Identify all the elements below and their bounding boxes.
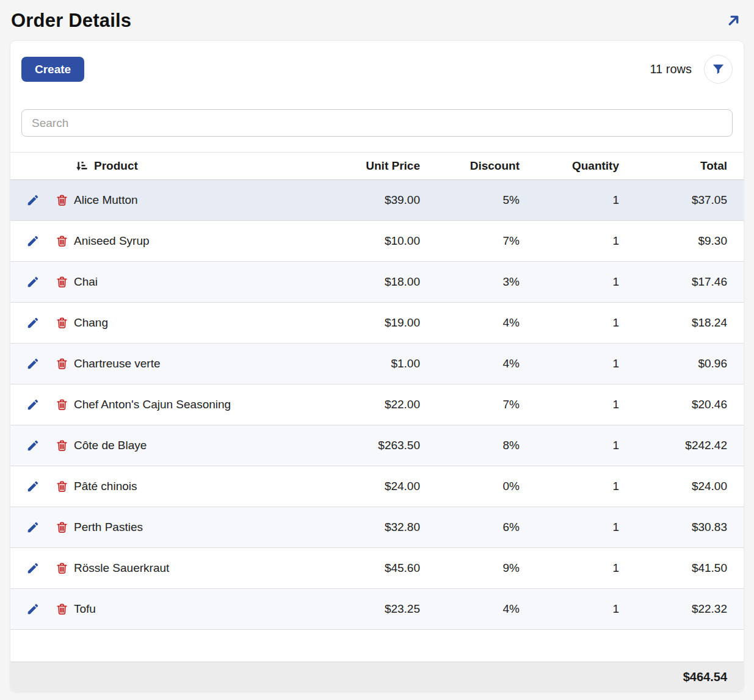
column-header-quantity[interactable]: Quantity	[527, 153, 626, 180]
edit-button[interactable]	[26, 480, 40, 493]
filter-button[interactable]	[704, 55, 733, 84]
edit-button[interactable]	[26, 521, 40, 534]
edit-button[interactable]	[26, 357, 40, 370]
quantity-cell: 1	[527, 507, 626, 548]
trash-icon	[56, 316, 68, 330]
table-row[interactable]: Aniseed Syrup $10.00 7% 1 $9.30	[10, 221, 744, 262]
table-row[interactable]: Chang $19.00 4% 1 $18.24	[10, 303, 744, 344]
pencil-icon	[26, 521, 40, 534]
table-row[interactable]: Tofu $23.25 4% 1 $22.32	[10, 589, 744, 630]
unit-price-cell: $263.50	[324, 425, 427, 466]
delete-button[interactable]	[56, 316, 68, 330]
delete-button[interactable]	[56, 357, 68, 370]
quantity-cell: 1	[527, 344, 626, 384]
table-row[interactable]: Rössle Sauerkraut $45.60 9% 1 $41.50	[10, 548, 744, 589]
unit-price-cell: $1.00	[324, 344, 427, 384]
row-actions	[10, 384, 74, 425]
trash-icon	[56, 357, 68, 370]
column-header-total[interactable]: Total	[626, 153, 744, 180]
edit-button[interactable]	[26, 234, 40, 248]
column-header-discount[interactable]: Discount	[427, 153, 527, 180]
delete-button[interactable]	[56, 480, 68, 493]
total-cell: $37.05	[626, 180, 744, 221]
search-section	[10, 84, 744, 152]
table-row[interactable]: Chai $18.00 3% 1 $17.46	[10, 262, 744, 303]
column-header-unit-price[interactable]: Unit Price	[324, 153, 427, 180]
product-cell: Perth Pasties	[74, 507, 324, 548]
create-button[interactable]: Create	[21, 57, 84, 82]
edit-button[interactable]	[26, 193, 40, 207]
edit-button[interactable]	[26, 602, 40, 616]
table-row[interactable]: Perth Pasties $32.80 6% 1 $30.83	[10, 507, 744, 548]
trash-icon	[56, 398, 68, 411]
sort-icon	[74, 159, 88, 173]
discount-cell: 5%	[427, 180, 527, 221]
table-row[interactable]: Chef Anton's Cajun Seasoning $22.00 7% 1…	[10, 384, 744, 425]
row-actions	[10, 180, 74, 221]
product-cell: Aniseed Syrup	[74, 221, 324, 262]
row-actions	[10, 344, 74, 384]
total-cell: $17.46	[626, 262, 744, 303]
delete-button[interactable]	[56, 602, 68, 616]
funnel-icon	[711, 62, 725, 76]
row-actions	[10, 507, 74, 548]
row-actions	[10, 262, 74, 303]
empty-spacer-row	[10, 630, 744, 662]
edit-button[interactable]	[26, 439, 40, 452]
unit-price-cell: $39.00	[324, 180, 427, 221]
unit-price-cell: $24.00	[324, 466, 427, 507]
total-cell: $22.32	[626, 589, 744, 630]
page-header: Order Details	[10, 0, 744, 40]
edit-button[interactable]	[26, 561, 40, 575]
table-row[interactable]: Alice Mutton $39.00 5% 1 $37.05	[10, 180, 744, 221]
row-actions	[10, 466, 74, 507]
table-footer: $464.54	[10, 662, 744, 691]
edit-button[interactable]	[26, 316, 40, 330]
order-details-card: Create 11 rows	[10, 40, 744, 692]
trash-icon	[56, 234, 68, 248]
delete-button[interactable]	[56, 193, 68, 207]
table-body: Alice Mutton $39.00 5% 1 $37.05 Aniseed …	[10, 180, 744, 630]
total-cell: $30.83	[626, 507, 744, 548]
delete-button[interactable]	[56, 561, 68, 575]
discount-cell: 9%	[427, 548, 527, 589]
edit-button[interactable]	[26, 398, 40, 411]
column-header-product[interactable]: Product	[74, 153, 324, 180]
toolbar-right: 11 rows	[650, 55, 733, 84]
quantity-cell: 1	[527, 466, 626, 507]
table-row[interactable]: Côte de Blaye $263.50 8% 1 $242.42	[10, 425, 744, 466]
quantity-cell: 1	[527, 303, 626, 344]
delete-button[interactable]	[56, 439, 68, 452]
actions-header	[10, 153, 74, 180]
trash-icon	[56, 561, 68, 575]
total-cell: $20.46	[626, 384, 744, 425]
grand-total: $464.54	[683, 670, 727, 684]
pencil-icon	[26, 439, 40, 452]
discount-cell: 3%	[427, 262, 527, 303]
delete-button[interactable]	[56, 398, 68, 411]
unit-price-cell: $45.60	[324, 548, 427, 589]
external-link-button[interactable]	[724, 11, 743, 30]
search-input[interactable]	[21, 109, 733, 137]
row-actions	[10, 303, 74, 344]
edit-button[interactable]	[26, 275, 40, 289]
delete-button[interactable]	[56, 234, 68, 248]
delete-button[interactable]	[56, 275, 68, 289]
product-cell: Alice Mutton	[74, 180, 324, 221]
table-header: Product Unit Price Discount Quantity Tot…	[10, 153, 744, 180]
discount-cell: 7%	[427, 384, 527, 425]
trash-icon	[56, 439, 68, 452]
quantity-cell: 1	[527, 262, 626, 303]
trash-icon	[56, 602, 68, 616]
pencil-icon	[26, 602, 40, 616]
table-row[interactable]: Chartreuse verte $1.00 4% 1 $0.96	[10, 344, 744, 384]
discount-cell: 8%	[427, 425, 527, 466]
delete-button[interactable]	[56, 521, 68, 534]
table-row[interactable]: Pâté chinois $24.00 0% 1 $24.00	[10, 466, 744, 507]
discount-cell: 7%	[427, 221, 527, 262]
order-details-page: Order Details Create 11 rows	[0, 0, 754, 692]
row-actions	[10, 221, 74, 262]
row-actions	[10, 548, 74, 589]
pencil-icon	[26, 316, 40, 330]
pencil-icon	[26, 275, 40, 289]
